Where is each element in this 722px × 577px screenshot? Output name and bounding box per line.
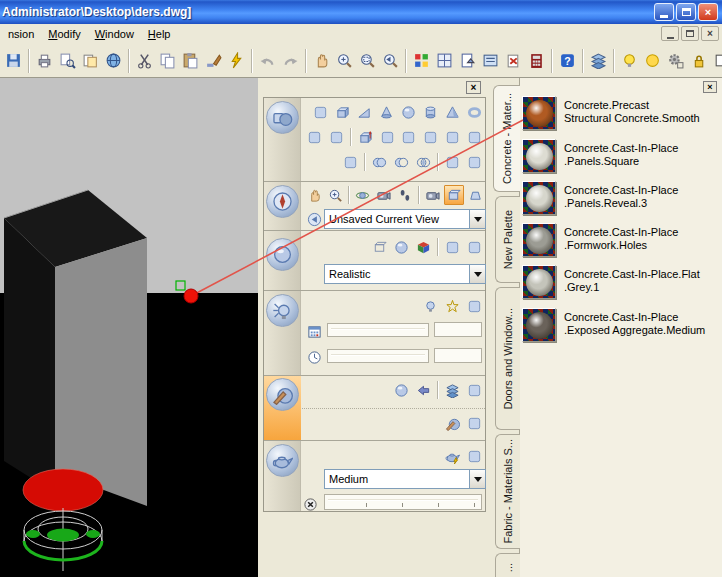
menu-item-modify[interactable]: Modify [41, 25, 87, 43]
mdi-restore-button[interactable] [681, 26, 699, 41]
material-swatch[interactable] [522, 139, 556, 173]
quickcalc-icon[interactable] [525, 49, 548, 73]
block-editor-icon[interactable] [225, 49, 248, 73]
light-list-icon[interactable] [464, 296, 485, 316]
ucs-3d-icon[interactable] [304, 127, 325, 147]
sun-date-slider[interactable] [327, 323, 429, 337]
render-panel-icon[interactable] [266, 444, 299, 477]
sun-date-field[interactable] [434, 322, 482, 337]
close-button[interactable]: × [698, 3, 718, 21]
mat-paint-icon[interactable] [442, 413, 463, 433]
zoom-previous-icon[interactable] [379, 49, 402, 73]
save-icon[interactable] [2, 49, 25, 73]
union-icon[interactable] [369, 152, 390, 172]
back-view-icon[interactable] [304, 209, 325, 229]
material-item[interactable]: Concrete.Cast-In-Place.Panels.Reveal.3 [522, 181, 678, 215]
polysolid-plus-icon[interactable] [340, 152, 361, 172]
render-quality-combo[interactable]: Medium [324, 469, 486, 489]
x-circle-icon[interactable] [300, 494, 321, 514]
clock-icon[interactable] [304, 347, 325, 367]
vs-edge-icon[interactable] [442, 237, 463, 257]
subtract-icon[interactable] [391, 152, 412, 172]
material-swatch[interactable] [522, 265, 556, 299]
parallel-view-icon[interactable] [444, 185, 464, 205]
layer-freeze-icon[interactable] [641, 49, 664, 73]
perspective-view-icon[interactable] [465, 185, 485, 205]
layer-settings-icon[interactable] [664, 49, 687, 73]
plot-preview-icon[interactable] [56, 49, 79, 73]
tool-palettes-icon[interactable] [456, 49, 479, 73]
material-item[interactable]: Concrete.Cast-In-Place.Exposed Aggregate… [522, 308, 705, 342]
plot-icon[interactable] [33, 49, 56, 73]
pyramid-icon[interactable] [442, 102, 463, 122]
material-swatch[interactable] [522, 96, 556, 130]
camera-icon[interactable] [423, 185, 443, 205]
sun-time-slider[interactable] [327, 349, 429, 363]
previous-view-button[interactable] [304, 209, 325, 229]
mat-globe-icon[interactable] [391, 380, 412, 400]
layer-lock-icon[interactable] [687, 49, 710, 73]
swivel-icon[interactable] [374, 185, 394, 205]
zoom-realtime-icon[interactable] [325, 185, 345, 205]
designcenter-icon[interactable] [433, 49, 456, 73]
sun-date-button[interactable] [304, 321, 325, 341]
align-3d-icon[interactable] [442, 152, 463, 172]
extrude-icon[interactable] [355, 127, 376, 147]
light-panel-button[interactable] [266, 294, 299, 327]
copy-icon[interactable] [156, 49, 179, 73]
menu-item-dimension[interactable]: nsion [1, 25, 41, 43]
undo-icon[interactable] [256, 49, 279, 73]
render-teapot-icon[interactable] [442, 446, 463, 466]
sweep-icon[interactable] [420, 127, 441, 147]
visual-style-dropdown-button[interactable] [469, 265, 485, 283]
orbit-icon[interactable] [353, 185, 373, 205]
mat-apply-icon[interactable] [413, 380, 434, 400]
materials-panel-icon[interactable] [266, 378, 299, 411]
layer-color-icon[interactable] [710, 49, 722, 73]
material-item[interactable]: Concrete.PrecastStructural Concrete.Smoo… [522, 96, 700, 130]
sheetset-manager-icon[interactable] [479, 49, 502, 73]
view-combo[interactable]: Unsaved Current View [324, 209, 486, 229]
tab-new-palette[interactable]: New Palette [495, 196, 520, 283]
material-item[interactable]: Concrete.Cast-In-Place.Panels.Square [522, 139, 678, 173]
render-panel-button[interactable] [266, 444, 299, 477]
vs-shaded-icon[interactable] [391, 237, 412, 257]
walk-icon[interactable] [395, 185, 415, 205]
make-panel-icon[interactable] [266, 101, 299, 134]
revolve-icon[interactable] [399, 127, 420, 147]
material-swatch[interactable] [522, 223, 556, 257]
navigate-panel-icon[interactable] [266, 185, 299, 218]
tab-doors-and-windows[interactable]: Doors and Window... [495, 287, 520, 430]
material-swatch[interactable] [522, 308, 556, 342]
sun-time-field[interactable] [434, 348, 482, 363]
box-icon[interactable] [332, 102, 353, 122]
loft-icon[interactable] [442, 127, 463, 147]
materials-panel-button[interactable] [266, 378, 299, 411]
redo-icon[interactable] [279, 49, 302, 73]
publish-icon[interactable] [79, 49, 102, 73]
tab-overflow[interactable]: ... [495, 553, 520, 577]
visual-panel-icon[interactable] [266, 238, 299, 271]
mat-panel-icon[interactable] [464, 380, 485, 400]
view-combo-dropdown-button[interactable] [469, 210, 485, 228]
zoom-window-icon[interactable] [356, 49, 379, 73]
render-output-slider[interactable] [324, 494, 482, 510]
render-region-icon[interactable] [464, 446, 485, 466]
markup-set-manager-icon[interactable] [502, 49, 525, 73]
menu-item-window[interactable]: Window [88, 25, 141, 43]
press-pull-icon[interactable] [377, 127, 398, 147]
sun-time-button[interactable] [304, 347, 325, 367]
material-item[interactable]: Concrete.Cast-In-Place.Flat.Grey.1 [522, 265, 700, 299]
cut-icon[interactable] [133, 49, 156, 73]
properties-icon[interactable] [410, 49, 433, 73]
palette-close-button[interactable]: × [703, 81, 717, 93]
mdi-close-button[interactable]: × [701, 26, 719, 41]
sphere-ucs-icon[interactable] [326, 127, 347, 147]
minimize-button[interactable] [654, 3, 674, 21]
pan-icon[interactable] [310, 49, 333, 73]
publish-web-icon[interactable] [102, 49, 125, 73]
mdi-minimize-button[interactable] [661, 26, 679, 41]
paste-icon[interactable] [179, 49, 202, 73]
polysolid-icon[interactable] [310, 102, 331, 122]
vs-colors-icon[interactable] [413, 237, 434, 257]
